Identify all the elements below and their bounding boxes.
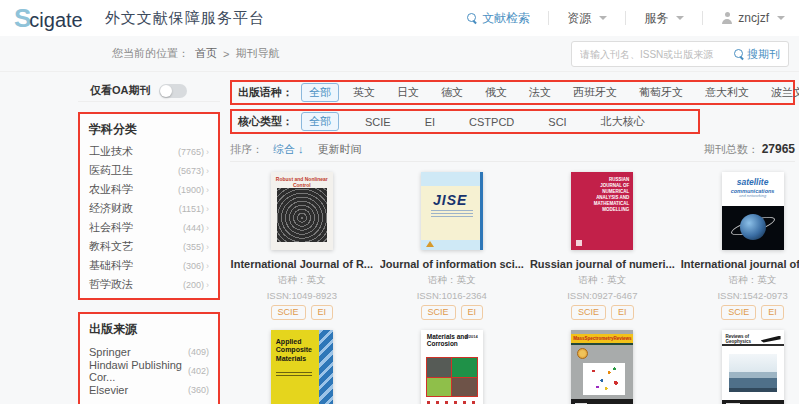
journal-badges: SCIE EI (530, 305, 675, 320)
language-option[interactable]: 英文 (345, 83, 383, 102)
language-option[interactable]: 西班牙文 (565, 83, 625, 102)
journal-cover: JISE (421, 172, 483, 250)
subject-category-panel: 学科分类 工业技术 (7765)› 医药卫生 (5673)› 农业科学 (190… (78, 112, 220, 300)
journal-issn: ISSN:0927-6467 (530, 290, 675, 301)
search-journal-button[interactable]: 搜期刊 (734, 47, 780, 62)
core-option-all[interactable]: 全部 (301, 112, 339, 131)
toggle-knob (160, 85, 172, 97)
core-option[interactable]: SCIE (357, 114, 399, 130)
journal-total: 期刊总数：27965 (704, 142, 795, 157)
core-option[interactable]: CSTPCD (461, 114, 522, 130)
chevron-right-icon: › (206, 261, 209, 271)
core-badge: EI (611, 305, 634, 320)
breadcrumb-current: 期刊导航 (235, 46, 279, 61)
user-icon (721, 12, 733, 24)
core-option[interactable]: SCI (540, 114, 574, 130)
micrograph-grid-image (426, 357, 478, 397)
subject-panel-title: 学科分类 (89, 121, 209, 138)
language-option[interactable]: 德文 (433, 83, 471, 102)
journal-issn: ISSN:1016-2364 (380, 290, 524, 301)
journal-issn: ISSN:1542-0973 (681, 290, 799, 301)
chevron-down-icon (676, 16, 684, 20)
journal-card[interactable]: Robust and Nonlinear Control Internation… (230, 172, 374, 320)
sidebar-item-subject[interactable]: 经济财政 (1151)› (89, 199, 209, 218)
sort-label: 排序： (230, 142, 263, 157)
journal-card[interactable]: Reviews of Geophysics Reviews of Geophys… (681, 330, 799, 404)
language-option[interactable]: 意大利文 (697, 83, 757, 102)
language-filter-label: 出版语种： (238, 85, 293, 100)
oa-toggle[interactable] (159, 84, 187, 98)
left-sidebar: 仅看OA期刊 学科分类 工业技术 (7765)› 医药卫生 (5673)› 农业… (78, 80, 220, 404)
core-badge: SCIE (421, 305, 456, 320)
scatter-plot-image (583, 363, 625, 395)
seal-badge-image (577, 348, 588, 359)
language-filter-row: 出版语种： 全部 英文 日文 德文 俄文 法文 西班牙文 葡萄牙文 意大利文 波… (230, 80, 795, 105)
chevron-right-icon: › (206, 185, 209, 195)
journal-title[interactable]: International Journal of R... (230, 258, 374, 270)
journal-card[interactable]: MassSpectrometryReviews Mass Spectrometr… (530, 330, 675, 404)
language-option[interactable]: 葡萄牙文 (631, 83, 691, 102)
journal-card[interactable]: Applied Composite Materials Applied comp… (230, 330, 374, 404)
journal-title[interactable]: Russian journal of numeri... (530, 258, 675, 270)
breadcrumb-home[interactable]: 首页 (195, 46, 217, 61)
journal-total-value: 27965 (762, 142, 795, 156)
publisher-panel: 出版来源 Springer (409) Hindawi Publishing C… (78, 312, 220, 404)
journal-title[interactable]: International journal of sa... (681, 258, 799, 270)
sidebar-item-subject[interactable]: 社会科学 (444)› (89, 218, 209, 237)
sort-comprehensive[interactable]: 综合 ↓ (273, 142, 304, 157)
logo[interactable]: Scigate (14, 5, 83, 32)
journal-card[interactable]: JISE Journal of information sci... 语种：英文… (380, 172, 524, 320)
nav-divider (702, 11, 703, 25)
language-option[interactable]: 日文 (389, 83, 427, 102)
sidebar-item-publisher[interactable]: Elsevier Science (266) (89, 399, 209, 404)
sidebar-item-subject[interactable]: 教科文艺 (355)› (89, 237, 209, 256)
core-option[interactable]: 北大核心 (593, 112, 653, 131)
language-option-all[interactable]: 全部 (301, 83, 339, 102)
chevron-down-icon (777, 16, 785, 20)
core-badge: SCIE (721, 305, 756, 320)
nav-resources[interactable]: 资源 (567, 10, 607, 27)
springer-pattern-stripe (319, 330, 333, 404)
journal-title[interactable]: Journal of information sci... (380, 258, 524, 270)
sidebar-item-subject[interactable]: 基础科学 (306)› (89, 256, 209, 275)
chevron-right-icon: › (206, 242, 209, 252)
journal-cover: Applied Composite Materials (271, 330, 333, 404)
language-option[interactable]: 法文 (521, 83, 559, 102)
chevron-right-icon: › (206, 223, 209, 233)
nav-user-menu[interactable]: zncjzf (721, 11, 785, 25)
sort-update-time[interactable]: 更新时间 (318, 142, 362, 157)
sidebar-item-subject[interactable]: 工业技术 (7765)› (89, 142, 209, 161)
nav-services[interactable]: 服务 (644, 10, 684, 27)
journal-badges: SCIE EI (230, 305, 374, 320)
sidebar-item-publisher[interactable]: Elsevier (360) (89, 380, 209, 399)
earth-image (740, 214, 766, 240)
journal-card[interactable]: satellite communications and networking … (681, 172, 799, 320)
logo-s-icon: S (14, 5, 29, 31)
journal-grid: Robust and Nonlinear Control Internation… (230, 162, 795, 404)
chevron-right-icon: › (206, 204, 209, 214)
journal-card[interactable]: Russian Journal of Numerical Analysis an… (530, 172, 675, 320)
oa-label: 仅看OA期刊 (90, 83, 151, 98)
nav-literature-search[interactable]: 文献检索 (467, 10, 530, 27)
journal-badges: SCIE EI (681, 305, 799, 320)
oa-filter-row: 仅看OA期刊 (78, 80, 220, 102)
journal-card[interactable]: Materials and Corrosion 4/2014 Materials… (380, 330, 524, 404)
core-badge: EI (311, 305, 334, 320)
sidebar-item-publisher[interactable]: Hindawi Publishing Cor... (402) (89, 361, 209, 380)
journal-cover: Russian Journal of Numerical Analysis an… (571, 172, 633, 250)
chevron-right-icon: › (206, 147, 209, 157)
sidebar-item-subject[interactable]: 哲学政法 (200)› (89, 275, 209, 294)
journal-cover: Robust and Nonlinear Control (271, 172, 333, 250)
chevron-right-icon: › (206, 280, 209, 290)
core-option[interactable]: EI (417, 114, 443, 130)
breadcrumb: 您当前的位置： 首页 > 期刊导航 (112, 46, 279, 61)
language-option[interactable]: 俄文 (477, 83, 515, 102)
core-type-options: 全部 SCIE EI CSTPCD SCI 北大核心 (301, 112, 692, 131)
language-option[interactable]: 波兰文 (763, 83, 799, 102)
sidebar-item-subject[interactable]: 农业科学 (1900)› (89, 180, 209, 199)
journal-search-input[interactable] (580, 49, 734, 60)
journal-search-box: 搜期刊 (571, 41, 789, 67)
ocean-illustration (729, 372, 777, 392)
core-type-filter-label: 核心类型： (238, 114, 293, 129)
sidebar-item-subject[interactable]: 医药卫生 (5673)› (89, 161, 209, 180)
